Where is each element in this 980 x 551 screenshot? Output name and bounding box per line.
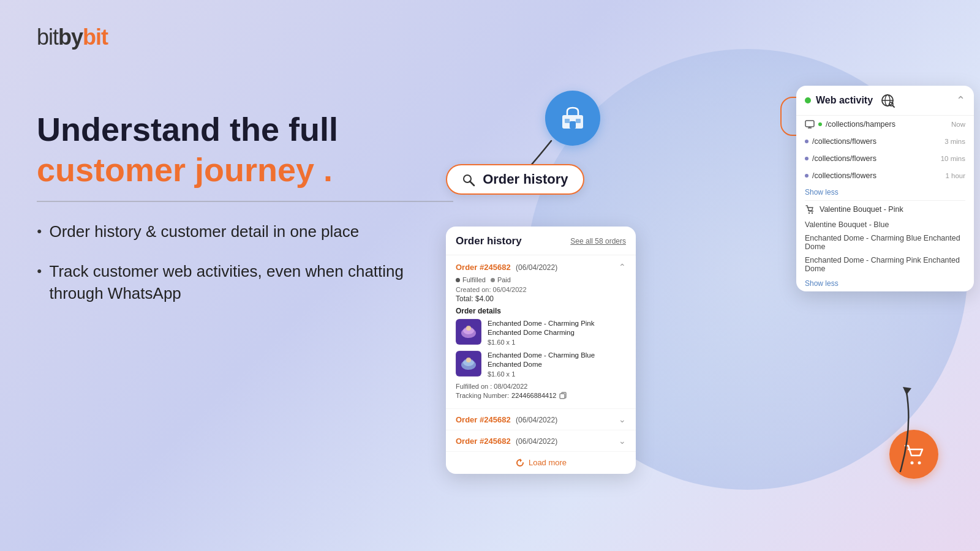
order-1-chevron-up[interactable]: ⌃ (619, 262, 626, 272)
product-2-info: Enchanted Dome - Charming Blue Enchanted… (488, 351, 626, 378)
search-badge-icon (462, 173, 475, 187)
product-view-1: Valentine Bouquet - Pink (796, 201, 974, 218)
right-area: Order history Order history See all 58 o… (429, 0, 980, 551)
product-1-name: Enchanted Dome - Charming Pink Enchanted… (488, 319, 626, 337)
left-content: Understand the full customer journey . O… (37, 110, 453, 321)
svg-point-26 (812, 212, 813, 214)
see-all-orders-link[interactable]: See all 58 orders (570, 237, 626, 246)
order-1-id[interactable]: Order #245682 (456, 263, 511, 272)
monitor-icon (805, 120, 815, 129)
load-more-label: Load more (529, 458, 567, 467)
svg-line-6 (470, 181, 474, 186)
order-history-title-row: Order history (456, 235, 522, 247)
tracking-row: Tracking Number: 224466884412 (456, 391, 626, 400)
bullet-list: Order history & customer detail in one p… (37, 220, 453, 304)
svg-marker-29 (903, 387, 911, 395)
web-activity-item-4: /collections/flowers 1 hour (796, 167, 974, 184)
activity-time-4: 1 hour (945, 172, 965, 179)
svg-rect-22 (805, 121, 814, 127)
order-1-id-row: Order #245682 (06/04/2022) ⌃ (456, 261, 626, 272)
product-2-price: $1.60 x 1 (488, 370, 626, 378)
divider (37, 201, 453, 202)
activity-path-4: /collections/flowers (812, 171, 876, 180)
product-2-img (456, 351, 481, 376)
order-history-badge: Order history (446, 164, 584, 195)
web-activity-title: Web activity (816, 95, 873, 106)
web-activity-header: Web activity ⌃ (796, 86, 974, 116)
load-more-button[interactable]: Load more (446, 452, 636, 474)
svg-marker-16 (520, 459, 522, 462)
product-view-name-4: Enchanted Dome - Charming Pink Enchanted… (796, 253, 974, 276)
svg-point-10 (466, 326, 471, 331)
order-history-card-title: Order history (456, 235, 522, 247)
activity-dot-3 (805, 157, 809, 160)
web-activity-collapse[interactable]: ⌃ (956, 94, 965, 107)
product-1-info: Enchanted Dome - Charming Pink Enchanted… (488, 319, 626, 346)
activity-dot-2 (805, 140, 809, 143)
web-activity-green-dot (805, 97, 811, 103)
fulfilled-badge: Fulfilled (456, 276, 486, 283)
order-3-chevron[interactable]: ⌄ (619, 436, 626, 446)
order-2-id[interactable]: Order #245682 (456, 415, 511, 424)
order-3-date: (06/04/2022) (516, 437, 557, 446)
order-1-created-on: Created on: 06/04/2022 (456, 286, 626, 293)
product-view-name-2: Valentine Bouquet - Blue (796, 218, 974, 231)
activity-time-2: 3 mins (944, 138, 965, 145)
order-3-id[interactable]: Order #245682 (456, 437, 511, 446)
product-view-name-1: Valentine Bouquet - Pink (820, 205, 903, 214)
order-1-badges: Fulfilled Paid (456, 276, 626, 283)
activity-dot-4 (805, 174, 809, 178)
web-activity-path-3: /collections/flowers (805, 154, 876, 163)
product-2-thumb-inner (456, 351, 481, 376)
web-activity-card: Web activity ⌃ /collect (796, 86, 974, 291)
logo-bit1: bit (37, 24, 58, 50)
headline-line1: Understand the full (37, 110, 453, 148)
fulfilled-dot (456, 278, 460, 282)
product-1-thumb (456, 319, 481, 345)
web-activity-item-3: /collections/flowers 10 mins (796, 150, 974, 167)
logo-text: bitbybit (37, 24, 108, 50)
order-1-date: (06/04/2022) (516, 263, 557, 272)
product-view-name-3: Enchanted Dome - Charming Blue Enchanted… (796, 231, 974, 253)
web-activity-item-2: /collections/flowers 3 mins (796, 133, 974, 150)
order-1-total: Total: $4.00 (456, 294, 626, 303)
product-1-thumb-inner (456, 320, 481, 344)
activity-time-1: Now (951, 121, 965, 128)
order-history-card-header: Order history See all 58 orders (446, 227, 636, 255)
product-1-img (456, 320, 481, 344)
activity-path-1: /collections/hampers (826, 120, 895, 129)
tracking-label: Tracking Number: (456, 392, 509, 399)
activity-path-3: /collections/flowers (812, 154, 876, 163)
svg-rect-15 (560, 394, 565, 399)
show-less-1[interactable]: Show less (796, 184, 974, 200)
product-2-thumb (456, 351, 481, 377)
copy-icon[interactable] (559, 391, 567, 400)
web-activity-path-2: /collections/flowers (805, 137, 876, 146)
product-row-1: Enchanted Dome - Charming Pink Enchanted… (456, 319, 626, 346)
svg-rect-3 (576, 119, 581, 123)
order-2-chevron[interactable]: ⌄ (619, 414, 626, 424)
paid-badge: Paid (491, 276, 511, 283)
bullet-item-1: Order history & customer detail in one p… (37, 220, 453, 242)
bullet-item-2: Track customer web activities, even when… (37, 260, 453, 305)
show-less-2[interactable]: Show less (796, 276, 974, 291)
fulfilled-on: Fulfilled on : 08/04/2022 (456, 383, 626, 390)
order-item-2: Order #245682 (06/04/2022) ⌄ (446, 409, 636, 430)
globe-search-icon (880, 93, 895, 108)
cart-icon-1 (805, 204, 815, 214)
logo-bit2: bit (83, 24, 108, 50)
logo-by: by (58, 24, 83, 50)
activity-dot-1 (818, 122, 822, 126)
web-activity-path-4: /collections/flowers (805, 171, 876, 180)
headline-line2: customer journey . (37, 151, 453, 189)
product-row-2: Enchanted Dome - Charming Blue Enchanted… (456, 351, 626, 378)
paid-dot (491, 278, 495, 282)
order-item-3: Order #245682 (06/04/2022) ⌄ (446, 430, 636, 452)
product-2-name: Enchanted Dome - Charming Blue Enchanted… (488, 351, 626, 369)
activity-path-2: /collections/flowers (812, 137, 876, 146)
web-activity-item-1: /collections/hampers Now (796, 116, 974, 133)
web-activity-path-1: /collections/hampers (805, 120, 895, 129)
tracking-number: 224466884412 (511, 392, 556, 399)
product-1-price: $1.60 x 1 (488, 339, 626, 346)
arrow-cart-to-web (802, 380, 937, 490)
